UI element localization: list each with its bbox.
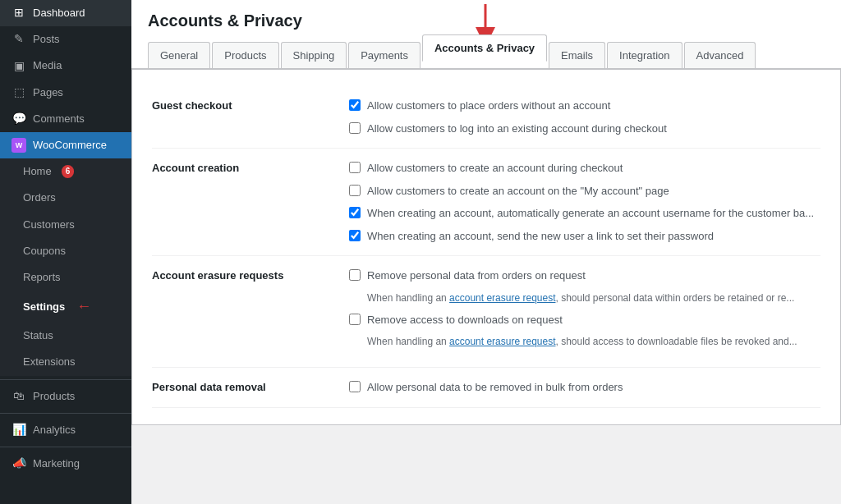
sidebar-item-label: Comments	[33, 112, 85, 126]
comments-icon: 💬	[11, 112, 26, 126]
link-account-erasure-1[interactable]: account erasure request	[449, 292, 555, 304]
dashboard-icon: ⊞	[11, 6, 26, 21]
option-create-account-checkout-text: Allow customers to create an account dur…	[367, 160, 623, 176]
option-send-password-link[interactable]: When creating an account, send the new u…	[349, 228, 820, 245]
personal-data-removal-options: Allow personal data to be removed in bul…	[349, 368, 820, 408]
page-title: Accounts & Privacy	[148, 11, 825, 30]
tab-accounts-privacy-container: Accounts & Privacy	[422, 42, 549, 68]
sidebar-item-label: Media	[33, 58, 62, 73]
option-allow-guest-orders-text: Allow customers to place orders without …	[367, 98, 610, 114]
marketing-icon: 📣	[11, 456, 26, 471]
tab-accounts-privacy[interactable]: Accounts & Privacy	[422, 34, 547, 62]
account-creation-label: Account creation	[152, 149, 349, 256]
divider-3	[0, 447, 131, 447]
sidebar-item-products[interactable]: 🛍 Products	[0, 383, 131, 410]
tab-products[interactable]: Products	[212, 42, 278, 68]
analytics-icon: 📊	[11, 423, 26, 438]
checkbox-auto-generate-username[interactable]	[349, 207, 361, 218]
option-create-account-checkout[interactable]: Allow customers to create an account dur…	[349, 160, 820, 176]
sidebar-item-coupons[interactable]: Coupons	[0, 238, 131, 264]
sidebar-item-media[interactable]: ▣ Media	[0, 53, 131, 79]
option-allow-guest-orders[interactable]: Allow customers to place orders without …	[349, 98, 820, 114]
option-remove-personal-data-orders-text: Remove personal data from orders on requ…	[367, 268, 586, 284]
sidebar-item-extensions[interactable]: Extensions	[0, 349, 131, 375]
checkbox-remove-personal-data-orders[interactable]	[349, 269, 361, 281]
woocommerce-icon: W	[11, 138, 26, 153]
tab-integration[interactable]: Integration	[607, 42, 682, 68]
checkbox-create-account-myaccount[interactable]	[349, 185, 361, 196]
analytics-label: Analytics	[33, 423, 76, 438]
sidebar-item-posts[interactable]: ✎ Posts	[0, 26, 131, 53]
sidebar-item-customers[interactable]: Customers	[0, 212, 131, 238]
reports-label: Reports	[23, 270, 61, 285]
sidebar: ⊞ Dashboard ✎ Posts ▣ Media ⬚ Pages 💬 Co…	[0, 0, 131, 504]
option-remove-access-downloads-text: Remove access to downloads on request	[367, 312, 563, 328]
divider-2	[0, 413, 131, 414]
tab-advanced[interactable]: Advanced	[684, 42, 756, 68]
section-personal-data-removal: Personal data removal Allow personal dat…	[152, 368, 820, 408]
checkbox-allow-guest-orders[interactable]	[349, 99, 361, 111]
sidebar-item-dashboard[interactable]: ⊞ Dashboard	[0, 0, 131, 26]
sidebar-item-reports[interactable]: Reports	[0, 264, 131, 291]
posts-icon: ✎	[11, 32, 26, 47]
sidebar-woocommerce-label: WooCommerce	[33, 138, 107, 153]
tab-shipping[interactable]: Shipping	[281, 42, 347, 68]
checkbox-remove-access-downloads[interactable]	[349, 314, 361, 325]
settings-arrow: ←	[76, 296, 91, 317]
tab-general[interactable]: General	[148, 42, 210, 68]
pages-icon: ⬚	[11, 85, 26, 100]
sidebar-item-status[interactable]: Status	[0, 323, 131, 349]
sidebar-item-marketing[interactable]: 📣 Marketing	[0, 451, 131, 477]
checkbox-send-password-link[interactable]	[349, 230, 361, 241]
products-label: Products	[33, 389, 75, 404]
settings-label: Settings	[23, 300, 65, 314]
sidebar-item-comments[interactable]: 💬 Comments	[0, 106, 131, 132]
coupons-label: Coupons	[23, 244, 66, 259]
checkbox-allow-login-checkout[interactable]	[349, 122, 361, 134]
products-icon: 🛍	[11, 389, 26, 404]
option-remove-personal-data-orders[interactable]: Remove personal data from orders on requ…	[349, 268, 820, 284]
option-create-account-myaccount-text: Allow customers to create an account on …	[367, 183, 669, 199]
tab-emails[interactable]: Emails	[549, 42, 605, 68]
sidebar-item-pages[interactable]: ⬚ Pages	[0, 80, 131, 106]
option-auto-generate-username-text: When creating an account, automatically …	[367, 205, 814, 222]
option-allow-login-checkout[interactable]: Allow customers to log into an existing …	[349, 121, 820, 137]
sidebar-item-label: Pages	[33, 85, 63, 100]
sidebar-item-home[interactable]: Home 6	[0, 158, 131, 185]
main-content: Accounts & Privacy General Products Ship…	[131, 0, 841, 504]
option-auto-generate-username[interactable]: When creating an account, automatically …	[349, 205, 820, 222]
link-account-erasure-2[interactable]: account erasure request	[449, 336, 555, 347]
checkbox-allow-bulk-removal[interactable]	[349, 381, 361, 392]
section-account-creation: Account creation Allow customers to crea…	[152, 149, 820, 256]
orders-label: Orders	[23, 190, 56, 205]
tab-payments[interactable]: Payments	[348, 42, 420, 68]
sidebar-item-settings[interactable]: Settings ←	[0, 291, 131, 323]
sidebar-item-label: Dashboard	[33, 6, 85, 21]
hint-erasure-downloads: When handling an account erasure request…	[367, 334, 820, 349]
media-icon: ▣	[11, 58, 26, 73]
settings-content: Guest checkout Allow customers to place …	[131, 69, 841, 425]
home-label: Home	[23, 164, 52, 179]
account-creation-options: Allow customers to create an account dur…	[349, 149, 820, 256]
option-remove-access-downloads[interactable]: Remove access to downloads on request	[349, 312, 820, 328]
status-label: Status	[23, 328, 53, 343]
hint-erasure-orders: When handling an account erasure request…	[367, 291, 820, 305]
sidebar-item-label: Posts	[33, 32, 60, 47]
section-account-erasure: Account erasure requests Remove personal…	[152, 256, 820, 368]
option-allow-bulk-removal-text: Allow personal data to be removed in bul…	[367, 379, 623, 396]
sidebar-item-analytics[interactable]: 📊 Analytics	[0, 417, 131, 443]
woocommerce-submenu: Home 6 Orders Customers Coupons Reports …	[0, 158, 131, 376]
sidebar-item-orders[interactable]: Orders	[0, 185, 131, 211]
settings-table: Guest checkout Allow customers to place …	[152, 86, 820, 408]
sidebar-item-woocommerce[interactable]: W WooCommerce	[0, 132, 131, 158]
guest-checkout-options: Allow customers to place orders without …	[349, 86, 820, 149]
account-erasure-label: Account erasure requests	[152, 256, 349, 368]
marketing-label: Marketing	[33, 456, 80, 471]
checkbox-create-account-checkout[interactable]	[349, 162, 361, 173]
account-erasure-options: Remove personal data from orders on requ…	[349, 256, 820, 368]
home-badge: 6	[62, 165, 75, 178]
tabs-bar: General Products Shipping Payments Accou…	[148, 42, 825, 68]
page-header: Accounts & Privacy General Products Ship…	[131, 0, 841, 69]
option-create-account-myaccount[interactable]: Allow customers to create an account on …	[349, 183, 820, 199]
option-allow-bulk-removal[interactable]: Allow personal data to be removed in bul…	[349, 379, 820, 396]
